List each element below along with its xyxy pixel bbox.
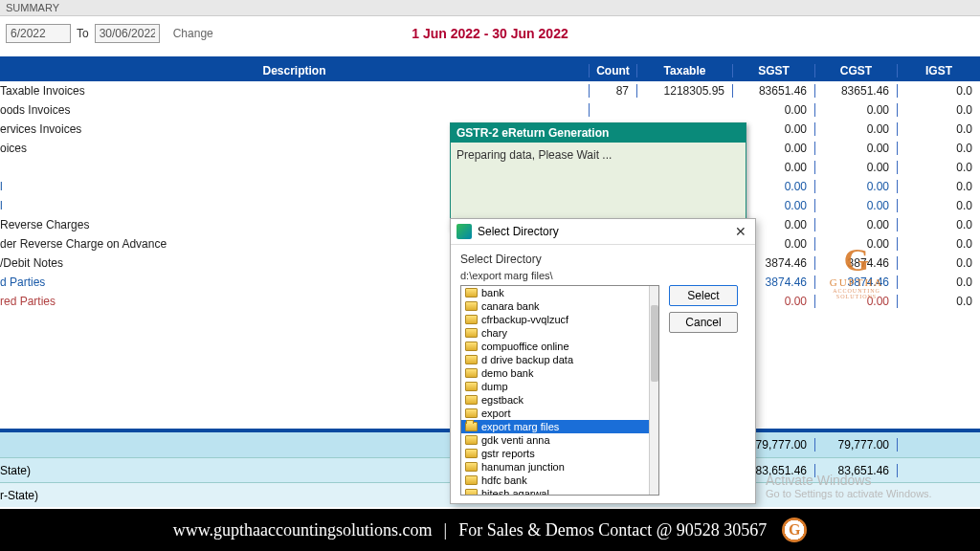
directory-item[interactable]: hanuman junction: [461, 460, 649, 474]
cell-igst: 0.0: [898, 180, 980, 193]
directory-item-label: export: [481, 408, 511, 419]
directory-item[interactable]: hitesh agarwal: [461, 487, 649, 496]
directory-item[interactable]: export marg files: [461, 420, 649, 433]
cell-cgst: 0.00: [815, 103, 898, 117]
to-label: To: [77, 27, 89, 40]
cell-cgst: 0.00: [815, 295, 898, 308]
summary-label: SUMMARY: [6, 2, 59, 13]
folder-icon: [465, 489, 478, 496]
cell-cgst: 3874.46: [815, 276, 898, 289]
dialog-icon: [457, 224, 472, 239]
scrollbar[interactable]: [649, 286, 658, 495]
directory-item[interactable]: canara bank: [461, 299, 649, 313]
directory-item-label: bank: [481, 287, 504, 298]
cell-desc: Taxable Invoices: [0, 84, 590, 98]
ereturn-body: Preparing data, Please Wait ...: [451, 143, 746, 229]
table-row[interactable]: oods Invoices0.000.000.0: [0, 100, 980, 120]
select-directory-dialog: Select Directory ✕ Select Directory d:\e…: [450, 218, 756, 504]
directory-item[interactable]: hdfc bank: [461, 474, 649, 487]
dialog-path: d:\export marg files\: [460, 270, 746, 281]
directory-item[interactable]: compuoffice online: [461, 340, 649, 353]
directory-item[interactable]: chary: [461, 326, 649, 340]
folder-icon: [465, 328, 478, 338]
footer-sep: |: [444, 520, 448, 540]
cell-igst: 0.0: [898, 256, 980, 270]
date-to-input[interactable]: [95, 24, 160, 43]
cell-cgst: 3874.46: [815, 256, 898, 270]
dialog-label: Select Directory: [460, 253, 746, 266]
cell-taxable: 1218305.95: [637, 84, 733, 98]
directory-item-label: gstr reports: [481, 448, 535, 459]
cell-cgst: 0.00: [815, 218, 898, 231]
date-from-input[interactable]: [6, 24, 71, 43]
directory-item[interactable]: cfrbackup-vvqlzucf: [461, 313, 649, 326]
cell-igst: 0.0: [898, 276, 980, 289]
cell-igst: 0.0: [898, 237, 980, 251]
directory-item[interactable]: bank: [461, 286, 649, 299]
directory-item[interactable]: gstr reports: [461, 447, 649, 460]
cell-cgst: 0.00: [815, 199, 898, 212]
col-description: Description: [0, 64, 590, 77]
bottom-cgst-1: 79,777.00: [815, 438, 898, 452]
directory-listbox[interactable]: bankcanara bankcfrbackup-vvqlzucfcharyco…: [460, 285, 659, 496]
folder-icon: [465, 382, 478, 391]
col-cgst: CGST: [815, 64, 898, 77]
folder-icon: [465, 315, 478, 324]
directory-item-label: hitesh agarwal: [481, 488, 549, 496]
directory-item[interactable]: egstback: [461, 393, 649, 407]
dialog-title: Select Directory: [478, 225, 732, 238]
cell-cgst: 0.00: [815, 180, 898, 193]
change-link[interactable]: Change: [173, 27, 213, 40]
cell-cgst: 0.00: [815, 237, 898, 251]
folder-icon: [465, 301, 478, 311]
directory-item[interactable]: demo bank: [461, 366, 649, 380]
directory-item-label: chary: [481, 327, 507, 339]
cell-igst: 0.0: [898, 103, 980, 117]
footer-url: www.gupthaaccountingsolutions.com: [173, 520, 433, 540]
directory-item-label: canara bank: [481, 300, 540, 312]
cancel-button[interactable]: Cancel: [669, 312, 738, 333]
cell-cgst: 0.00: [815, 161, 898, 174]
directory-item[interactable]: d drive backup data: [461, 353, 649, 366]
directory-item[interactable]: export: [461, 407, 649, 420]
folder-icon: [465, 435, 478, 445]
cell-igst: 0.0: [898, 122, 980, 136]
folder-icon: [465, 395, 478, 405]
cell-igst: 0.0: [898, 199, 980, 212]
close-icon[interactable]: ✕: [732, 224, 749, 239]
col-count: Count: [590, 64, 637, 77]
folder-icon: [465, 449, 478, 458]
footer-text: For Sales & Demos Contact @ 90528 30567: [458, 520, 767, 540]
cell-sgst: 83651.46: [733, 84, 815, 98]
dialog-buttons: Select Cancel: [669, 285, 738, 496]
dialog-content: bankcanara bankcfrbackup-vvqlzucfcharyco…: [460, 285, 746, 496]
cell-count: 87: [590, 84, 637, 98]
directory-item-label: cfrbackup-vvqlzucf: [481, 314, 568, 325]
cell-sgst: 0.00: [733, 103, 815, 117]
directory-item[interactable]: gdk venti anna: [461, 433, 649, 447]
directory-item-label: hdfc bank: [481, 474, 527, 486]
col-sgst: SGST: [733, 64, 815, 77]
footer-logo-icon: G: [782, 518, 807, 542]
cell-igst: 0.0: [898, 161, 980, 174]
cell-cgst: 83651.46: [815, 84, 898, 98]
table-row[interactable]: Taxable Invoices871218305.9583651.468365…: [0, 81, 980, 100]
dialog-titlebar[interactable]: Select Directory ✕: [451, 219, 755, 245]
cell-cgst: 0.00: [815, 142, 898, 155]
folder-icon: [465, 408, 478, 418]
directory-item-label: hanuman junction: [481, 461, 565, 473]
footer-banner: www.gupthaaccountingsolutions.com | For …: [0, 509, 980, 551]
table-header: Description Count Taxable SGST CGST IGST: [0, 60, 980, 81]
directory-item-label: export marg files: [481, 421, 559, 432]
scrollbar-thumb[interactable]: [651, 305, 658, 382]
cell-igst: 0.0: [898, 84, 980, 98]
dialog-body: Select Directory d:\export marg files\ b…: [451, 245, 755, 503]
directory-item-label: dump: [481, 381, 508, 392]
directory-item-label: demo bank: [481, 367, 533, 379]
cell-igst: 0.0: [898, 295, 980, 308]
col-igst: IGST: [898, 64, 980, 77]
col-taxable: Taxable: [637, 64, 733, 77]
select-button[interactable]: Select: [669, 285, 738, 306]
folder-icon: [465, 368, 478, 378]
directory-item[interactable]: dump: [461, 380, 649, 393]
